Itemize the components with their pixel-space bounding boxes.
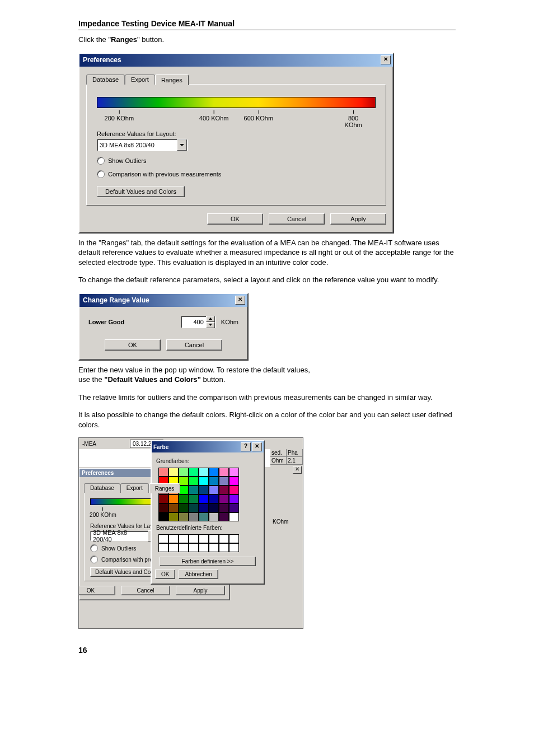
color-swatch[interactable]	[209, 486, 219, 494]
tick-200[interactable]: 200 KOhm	[105, 110, 134, 122]
tab-ranges[interactable]: Ranges	[155, 74, 189, 85]
tab-database[interactable]: Database	[86, 74, 125, 85]
default-values-button[interactable]: Default Values and Colors	[97, 186, 185, 197]
farbe-dialog: Farbe ? ✕ Grundfarben: Benutzerdefiniert…	[151, 440, 265, 585]
color-swatch[interactable]	[158, 512, 168, 521]
color-swatch[interactable]	[158, 503, 168, 512]
custom-swatches[interactable]	[155, 532, 260, 553]
color-swatch-empty[interactable]	[179, 534, 189, 543]
tick-800[interactable]: 800 KOhm	[342, 110, 364, 128]
color-swatch[interactable]	[219, 512, 229, 521]
color-swatch[interactable]	[179, 494, 189, 503]
color-swatch-empty[interactable]	[209, 543, 219, 552]
color-swatch-empty[interactable]	[229, 543, 239, 552]
color-swatch[interactable]	[209, 494, 219, 503]
color-swatch-empty[interactable]	[209, 534, 219, 543]
value-spinner[interactable]: 400	[181, 316, 216, 328]
color-swatch-empty[interactable]	[199, 543, 209, 552]
color-swatch-empty[interactable]	[168, 543, 179, 552]
layout-combo[interactable]: 3D MEA 8x8 200/40	[97, 139, 188, 151]
tick-400[interactable]: 400 KOhm	[199, 110, 229, 122]
ok-button[interactable]: OK	[155, 570, 175, 579]
color-swatch[interactable]	[168, 512, 179, 521]
close-icon[interactable]: ✕	[252, 442, 262, 451]
color-swatch[interactable]	[229, 468, 239, 477]
color-swatch-empty[interactable]	[229, 534, 239, 543]
color-swatch[interactable]	[229, 494, 239, 503]
color-swatch-empty[interactable]	[189, 543, 199, 552]
color-swatch[interactable]	[219, 486, 229, 494]
define-colors-button[interactable]: Farben definieren >>	[160, 557, 256, 566]
color-swatch[interactable]	[209, 477, 219, 486]
color-swatch[interactable]	[189, 486, 199, 494]
color-swatch[interactable]	[158, 494, 168, 503]
color-swatch[interactable]	[189, 477, 199, 486]
color-swatch[interactable]	[199, 486, 209, 494]
color-swatch-empty[interactable]	[199, 534, 209, 543]
compare-prev-radio[interactable]: Comparison with previous measurements	[97, 170, 376, 178]
color-swatch[interactable]	[229, 486, 239, 494]
color-swatch-empty[interactable]	[168, 534, 179, 543]
color-swatch[interactable]	[168, 468, 179, 477]
color-swatch[interactable]	[189, 494, 199, 503]
color-swatch[interactable]	[199, 494, 209, 503]
color-swatch-empty[interactable]	[179, 543, 189, 552]
apply-button[interactable]: Apply	[176, 586, 225, 595]
radio-icon	[97, 157, 105, 165]
para-6: It is also possible to change the defaul…	[78, 410, 456, 430]
color-swatch[interactable]	[209, 468, 219, 477]
close-icon[interactable]: ✕	[235, 296, 245, 305]
color-swatch[interactable]	[179, 512, 189, 521]
color-swatch[interactable]	[189, 468, 199, 477]
color-swatch[interactable]	[229, 477, 239, 486]
color-swatch-empty[interactable]	[189, 534, 199, 543]
tick-600[interactable]: 600 KOhm	[244, 110, 274, 122]
color-swatch[interactable]	[179, 503, 189, 512]
tab-export[interactable]: Export	[120, 483, 149, 493]
color-swatch[interactable]	[219, 503, 229, 512]
tab-ranges[interactable]: Ranges	[149, 483, 180, 493]
cancel-button[interactable]: Cancel	[121, 586, 170, 595]
ok-button[interactable]: OK	[105, 339, 161, 351]
tick-200[interactable]: 200 KOhm	[90, 507, 116, 518]
color-swatch[interactable]	[209, 512, 219, 521]
color-swatch-empty[interactable]	[219, 534, 229, 543]
cancel-button[interactable]: Abbrechen	[179, 570, 218, 579]
color-swatch[interactable]	[158, 468, 168, 477]
color-bar[interactable]	[97, 97, 376, 108]
color-swatch[interactable]	[168, 494, 179, 503]
color-swatch[interactable]	[189, 503, 199, 512]
color-swatch[interactable]	[199, 468, 209, 477]
ok-button[interactable]: OK	[78, 586, 115, 595]
color-swatch[interactable]	[209, 503, 219, 512]
color-swatch[interactable]	[189, 512, 199, 521]
apply-button[interactable]: Apply	[330, 213, 386, 225]
color-swatch[interactable]	[229, 512, 239, 521]
color-swatch[interactable]	[219, 477, 229, 486]
close-icon[interactable]: ✕	[381, 55, 391, 64]
color-swatch-empty[interactable]	[158, 543, 168, 552]
color-swatch[interactable]	[199, 512, 209, 521]
cancel-button[interactable]: Cancel	[269, 213, 325, 225]
color-swatch[interactable]	[229, 503, 239, 512]
cancel-button[interactable]: Cancel	[166, 339, 222, 351]
help-icon[interactable]: ?	[241, 442, 251, 451]
layout-combo[interactable]: 3D MEA 8x8 200/40	[90, 531, 158, 541]
basic-swatches[interactable]	[155, 465, 260, 522]
ok-button[interactable]: OK	[207, 213, 263, 225]
show-outliers-radio[interactable]: Show Outliers	[97, 157, 376, 165]
color-swatch[interactable]	[168, 503, 179, 512]
tab-database[interactable]: Database	[84, 483, 120, 493]
color-swatch-empty[interactable]	[219, 543, 229, 552]
spinner-up-icon[interactable]	[206, 316, 215, 322]
close-icon[interactable]: ✕	[293, 466, 302, 474]
color-swatch[interactable]	[199, 477, 209, 486]
color-swatch[interactable]	[219, 468, 229, 477]
spinner-down-icon[interactable]	[206, 322, 215, 328]
tab-export[interactable]: Export	[125, 74, 155, 85]
chevron-down-icon[interactable]	[177, 139, 187, 151]
color-swatch-empty[interactable]	[158, 534, 168, 543]
color-swatch[interactable]	[199, 503, 209, 512]
color-swatch[interactable]	[179, 468, 189, 477]
color-swatch[interactable]	[219, 494, 229, 503]
